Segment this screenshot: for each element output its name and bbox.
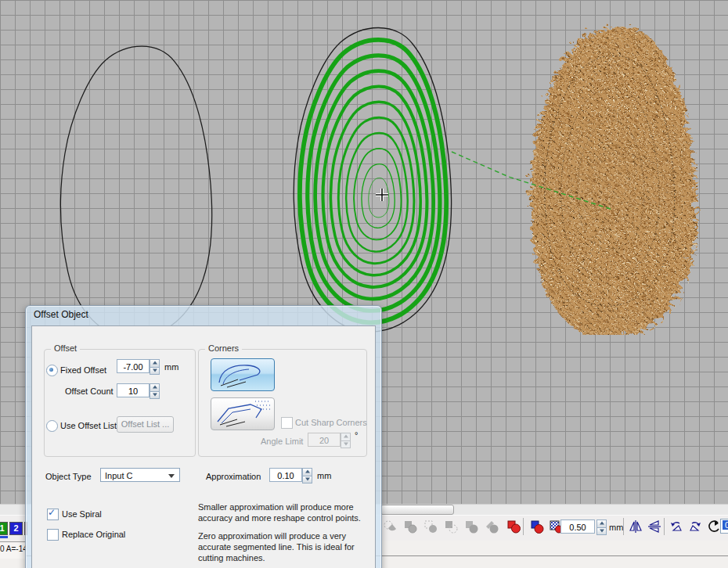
- cut-sharp-corners-label: Cut Sharp Corners: [295, 418, 367, 427]
- divide-disabled-icon[interactable]: [484, 519, 499, 534]
- offset-width-spinner[interactable]: [596, 519, 607, 534]
- trim-front-disabled-icon[interactable]: [423, 519, 438, 534]
- fixed-offset-unit: mm: [164, 362, 178, 372]
- toolbar-separator: [523, 518, 524, 535]
- approximation-unit: mm: [317, 471, 331, 480]
- angle-limit-input[interactable]: [308, 433, 341, 447]
- use-offset-list-label: Use Offset List: [60, 421, 117, 430]
- intersect-disabled-icon[interactable]: [382, 519, 398, 534]
- mirror-vertical-icon[interactable]: [647, 519, 662, 534]
- use-offset-list-radio[interactable]: [46, 420, 58, 432]
- crosshair-cursor: [375, 188, 389, 202]
- offset-object-dialog: Offset Object Offset Fixed Offset mm Off…: [25, 305, 382, 568]
- rotate-angle-value: 0: [723, 520, 728, 530]
- merge-disabled-icon[interactable]: [463, 519, 479, 534]
- offset-width-input[interactable]: [560, 519, 595, 534]
- thread-color-chip-2[interactable]: 2: [9, 522, 23, 535]
- use-spiral-label: Use Spiral: [62, 509, 102, 519]
- approximation-notes: Smaller approximation will produce more …: [198, 501, 371, 568]
- horizontal-scrollbar-thumb[interactable]: [380, 505, 454, 515]
- mirror-horizontal-icon[interactable]: [628, 519, 643, 534]
- object-type-label: Object Type: [45, 472, 92, 481]
- offset-group-label: Offset: [51, 343, 80, 353]
- approximation-input[interactable]: [269, 468, 302, 482]
- round-corners-icon: [211, 359, 274, 390]
- sharp-corners-icon: [211, 398, 274, 430]
- rotate-angle-input[interactable]: 0: [720, 519, 728, 534]
- subtract-disabled-icon[interactable]: [402, 519, 418, 534]
- offset-count-input[interactable]: [117, 383, 150, 397]
- rotate-reset-icon[interactable]: [706, 519, 722, 534]
- dialog-client-area: Offset Fixed Offset mm Offset Count Use …: [31, 325, 376, 568]
- rotate-right-icon[interactable]: [687, 519, 703, 534]
- trim-back-disabled-icon[interactable]: [443, 519, 459, 534]
- fixed-offset-spinner[interactable]: [150, 359, 160, 374]
- replace-original-checkbox[interactable]: [47, 529, 59, 541]
- corners-group-label: Corners: [205, 343, 242, 353]
- thread-color-chip-1[interactable]: 1: [0, 522, 8, 535]
- note-zero-approximation: Zero approximation will produce a very a…: [198, 530, 371, 563]
- approximation-spinner[interactable]: [302, 468, 312, 483]
- round-corners-button[interactable]: [211, 358, 275, 391]
- use-spiral-checkbox[interactable]: [47, 509, 59, 520]
- angle-limit-spinner[interactable]: [341, 433, 351, 448]
- toolbar-separator: [664, 518, 665, 535]
- note-smaller-approximation: Smaller approximation will produce more …: [198, 501, 371, 523]
- thread-color-selected-underline: [0, 536, 8, 538]
- fixed-offset-input[interactable]: [117, 359, 150, 373]
- offset-width-unit: mm: [609, 523, 623, 532]
- weld-icon[interactable]: [506, 519, 521, 534]
- fixed-offset-label: Fixed Offset: [60, 365, 106, 375]
- combine-objects-icon[interactable]: [529, 519, 545, 534]
- offset-count-label: Offset Count: [65, 386, 114, 396]
- offset-list-button[interactable]: Offset List ...: [117, 416, 174, 433]
- sharp-corners-button[interactable]: [211, 397, 275, 430]
- replace-original-label: Replace Original: [62, 530, 125, 539]
- fixed-offset-radio[interactable]: [46, 365, 58, 376]
- dialog-title: Offset Object: [34, 309, 88, 320]
- offset-count-spinner[interactable]: [150, 383, 160, 398]
- toolbar-separator: [623, 518, 624, 535]
- status-readout: 0 A=-14: [0, 541, 26, 559]
- object-type-dropdown[interactable]: Input C: [100, 468, 180, 482]
- rotate-left-icon[interactable]: [669, 519, 684, 534]
- angle-limit-unit: °: [355, 430, 358, 440]
- angle-limit-label: Angle Limit: [261, 437, 303, 446]
- cut-sharp-corners-checkbox[interactable]: [281, 417, 293, 429]
- approximation-label: Approximation: [206, 472, 261, 481]
